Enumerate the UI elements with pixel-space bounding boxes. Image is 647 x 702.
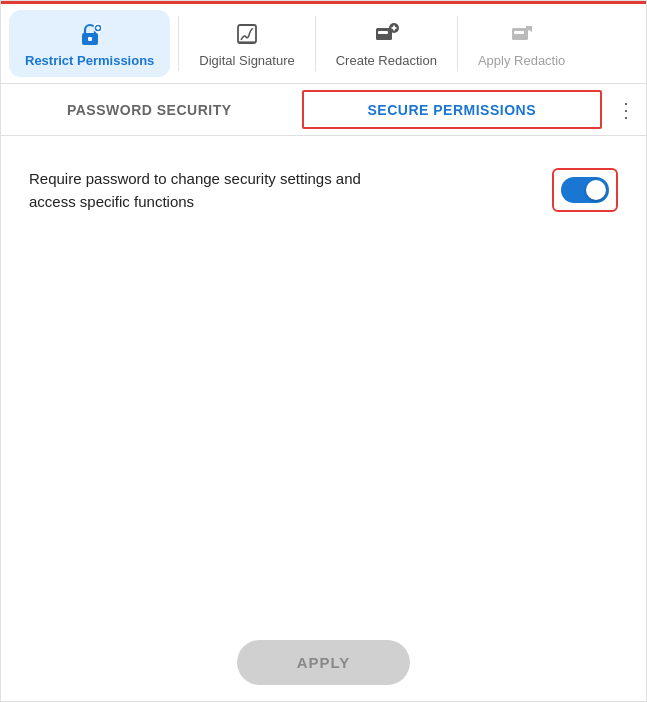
svg-rect-1 (88, 37, 92, 41)
permission-text: Require password to change security sett… (29, 168, 409, 213)
app-container: Restrict Permissions Digital Signature (0, 0, 647, 702)
bottom-bar: APPLY (1, 624, 646, 701)
tab-more-button[interactable]: ⋮ (606, 98, 646, 122)
toolbar-item-apply-redaction[interactable]: Apply Redactio (458, 4, 585, 83)
toggle-wrapper (552, 168, 618, 212)
tab-secure-permissions[interactable]: SECURE PERMISSIONS (302, 90, 603, 129)
tab-more-icon: ⋮ (616, 98, 636, 122)
toolbar: Restrict Permissions Digital Signature (1, 4, 646, 84)
redaction-add-icon (371, 19, 401, 49)
toolbar-item-restrict-permissions[interactable]: Restrict Permissions (9, 10, 170, 77)
redaction-apply-icon (507, 19, 537, 49)
svg-rect-8 (378, 31, 388, 34)
svg-rect-13 (514, 31, 524, 34)
tabs-row: PASSWORD SECURITY SECURE PERMISSIONS ⋮ (1, 84, 646, 136)
toolbar-item-create-redaction[interactable]: Create Redaction (316, 4, 457, 83)
apply-button[interactable]: APPLY (237, 640, 411, 685)
lock-icon (75, 19, 105, 49)
tab-secure-permissions-label: SECURE PERMISSIONS (368, 102, 536, 118)
toolbar-label-digital-signature: Digital Signature (199, 53, 294, 68)
toolbar-item-digital-signature[interactable]: Digital Signature (179, 4, 314, 83)
tab-password-security[interactable]: PASSWORD SECURITY (1, 84, 298, 135)
toolbar-label-restrict-permissions: Restrict Permissions (25, 53, 154, 68)
tab-password-security-label: PASSWORD SECURITY (67, 102, 232, 118)
svg-rect-5 (238, 25, 256, 43)
toolbar-label-create-redaction: Create Redaction (336, 53, 437, 68)
content-area: Require password to change security sett… (1, 136, 646, 624)
toggle-knob (586, 180, 606, 200)
permission-row: Require password to change security sett… (29, 168, 618, 213)
signature-icon (232, 19, 262, 49)
permission-toggle[interactable] (561, 177, 609, 203)
toolbar-label-apply-redaction: Apply Redactio (478, 53, 565, 68)
